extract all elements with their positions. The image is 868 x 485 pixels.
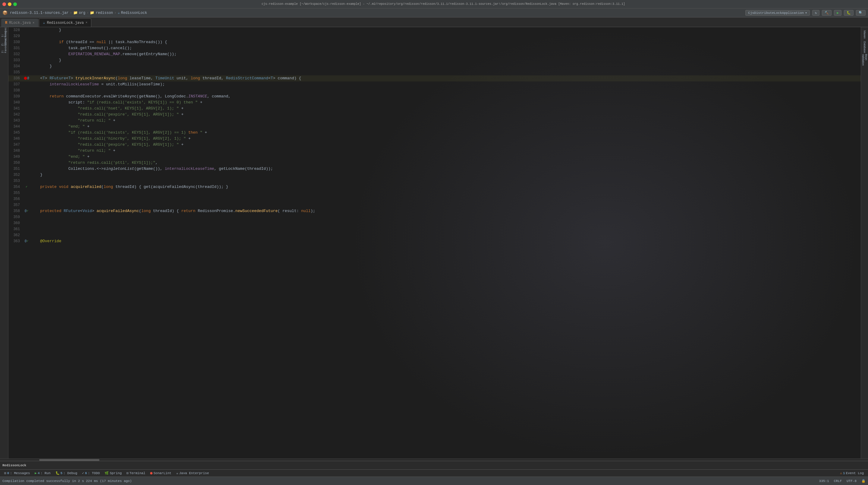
code-line-330: 330 if (threadId == null || task.hasNoTh… <box>8 39 861 45</box>
code-line-337: 337 internalLockLeaseTime = unit.toMilli… <box>8 81 861 87</box>
right-sidebar: Maven Database Bean Validation <box>861 27 868 458</box>
code-line-338: 338 <box>8 87 861 93</box>
code-line-359: 359 <box>8 214 861 220</box>
main-area: 1: Project Z: Structure 2: Favorites 328… <box>0 27 868 458</box>
tab-icon-r: R <box>5 21 7 25</box>
file-lock-icon: 🔒 <box>861 479 866 483</box>
event-log-toggle[interactable]: ⚠ 1 Event Log <box>838 470 866 476</box>
favorites-panel-toggle[interactable]: 2: Favorites <box>1 43 7 49</box>
code-line-347: 347 "redis.call('pexpire', KEYS[1], ARGV… <box>8 142 861 148</box>
tab-icon-rl: ☕ <box>43 21 45 25</box>
tab-rlock[interactable]: R RLock.java × <box>1 19 38 27</box>
messages-panel-toggle[interactable]: ⊡ 0 : Messages <box>2 470 32 476</box>
code-line-342: 342 "redis.call('pexpire', KEYS[1], ARGV… <box>8 112 861 118</box>
run-button[interactable]: ▶ <box>834 10 841 16</box>
code-line-345: 345 "if (redis.call('hexists', KEYS[1], … <box>8 130 861 136</box>
debug-panel-toggle[interactable]: 🐛 5 : Debug <box>54 470 79 476</box>
breadcrumb-class[interactable]: RedissonLock <box>121 11 147 15</box>
code-line-352: 352 } <box>8 172 861 178</box>
code-line-336: 336 ⬤ @ <T> RFuture<T> tryLockInnerAsync… <box>8 76 861 81</box>
breadcrumb-redisson[interactable]: redisson <box>96 11 113 15</box>
status-bar: Compilation completed successfully in 2 … <box>0 477 868 485</box>
traffic-lights <box>2 2 17 6</box>
code-line-343: 343 "return nil; " + <box>8 118 861 124</box>
cursor-position: 335:1 <box>819 479 829 483</box>
breadcrumb: 📦 redisson-3.11.1-sources.jar › 📁 org › … <box>2 10 147 16</box>
sonarqube-panel-toggle[interactable]: SonarLint <box>148 471 173 476</box>
maximize-button[interactable] <box>13 2 17 6</box>
terminal-panel-toggle[interactable]: ⊡ Terminal <box>125 470 147 476</box>
java-enterprise-panel-toggle[interactable]: ☕ Java Enterprise <box>175 470 211 476</box>
code-line-333: 333 } <box>8 57 861 63</box>
bean-validation-panel-toggle[interactable]: Bean Validation <box>862 57 868 63</box>
nav-bar: 📦 redisson-3.11.1-sources.jar › 📁 org › … <box>0 8 868 18</box>
code-line-340: 340 script: "if (redis.call('exists', KE… <box>8 99 861 106</box>
search-button[interactable]: 🔍 <box>856 10 866 16</box>
code-line-331: 331 task.getTimeout().cancel(); <box>8 45 861 51</box>
build-button[interactable]: 🔨 <box>822 10 832 16</box>
tab-label-rlock: RLock.java <box>9 21 31 25</box>
todo-panel-toggle[interactable]: ✓ 6 : TODO <box>80 470 101 476</box>
compilation-text: Compilation completed successfully in 2 … <box>2 479 132 483</box>
bookmark-icon[interactable]: @ <box>27 76 29 81</box>
code-line-346: 346 "redis.call('hincrby', KEYS[1], ARGV… <box>8 136 861 142</box>
run-config-selector[interactable]: CjsDistributeLockApplication ▾ <box>745 10 809 16</box>
code-line-363: 363 @ ✓ @Override <box>8 238 861 244</box>
code-line-339: 339 return commandExecutor.evalWriteAsyn… <box>8 93 861 99</box>
code-line-348: 348 "return nil; " + <box>8 148 861 154</box>
check-icon-354: ✓ <box>26 184 27 190</box>
code-line-354: 354 ✓ private void acquireFailed(long th… <box>8 184 861 190</box>
spring-panel-toggle[interactable]: 🌿 Spring <box>103 470 124 476</box>
code-line-355: 355 <box>8 190 861 196</box>
bottom-toolbar: ⊡ 0 : Messages ▶ 4 : Run 🐛 5 : Debug ✓ 6… <box>0 469 868 477</box>
file-encoding: UTF-8 <box>846 479 857 483</box>
code-line-357: 357 <box>8 202 861 208</box>
minimize-button[interactable] <box>8 2 11 6</box>
code-line-350: 350 "return redis.call('pttl', KEYS[1]);… <box>8 160 861 166</box>
maven-panel-toggle[interactable]: Maven <box>862 31 868 37</box>
open-filename: RedissonLock <box>2 464 26 467</box>
tabs-bar: R RLock.java × ☕ RedissonLock.java × <box>0 18 868 27</box>
window-title: cjs-redisson-example [~/Workspace/cjs-re… <box>21 2 866 6</box>
tab-redissonlock[interactable]: ☕ RedissonLock.java × <box>39 19 91 27</box>
check-icon-358: ✓ <box>27 208 28 214</box>
breadcrumb-jar[interactable]: redisson-3.11.1-sources.jar <box>10 11 68 15</box>
tab-label-redissonlock: RedissonLock.java <box>47 21 84 25</box>
code-line-351: 351 Collections.<~>singletonList(getName… <box>8 166 861 172</box>
code-line-358: 358 @ ✓ protected RFuture<Void> acquireF… <box>8 208 861 214</box>
code-line-335: 335 <box>8 69 861 76</box>
nav-right: CjsDistributeLockApplication ▾ ↻ 🔨 ▶ 🐛 🔍 <box>745 10 866 16</box>
code-line-353: 353 <box>8 178 861 184</box>
code-editor[interactable]: 328 } 329 330 if (threadId == null || ta… <box>8 27 861 458</box>
code-line-341: 341 "redis.call('hset', KEYS[1], ARGV[2]… <box>8 106 861 112</box>
breakpoint-icon[interactable]: ⬤ <box>24 76 27 81</box>
run-panel-toggle[interactable]: ▶ 4 : Run <box>33 470 52 476</box>
title-bar: cjs-redisson-example [~/Workspace/cjs-re… <box>0 0 868 8</box>
code-line-360: 360 <box>8 220 861 226</box>
sonar-indicator <box>150 472 153 475</box>
close-button[interactable] <box>2 2 6 6</box>
left-sidebar: 1: Project Z: Structure 2: Favorites <box>0 27 8 458</box>
code-line-329: 329 <box>8 33 861 39</box>
code-line-349: 349 "end; " + <box>8 154 861 160</box>
check-icon-363: ✓ <box>27 238 28 244</box>
code-line-361: 361 <box>8 226 861 232</box>
tab-close-redissonlock[interactable]: × <box>86 21 87 24</box>
code-line-328: 328 } <box>8 27 861 33</box>
code-line-344: 344 "end; " + <box>8 124 861 130</box>
compilation-status: Compilation completed successfully in 2 … <box>2 479 132 483</box>
code-line-362: 362 <box>8 232 861 238</box>
code-line-334: 334 } <box>8 63 861 69</box>
tab-close-rlock[interactable]: × <box>33 21 34 25</box>
code-line-332: 332 EXPIRATION_RENEWAL_MAP.remove(getEnt… <box>8 51 861 57</box>
database-panel-toggle[interactable]: Database <box>862 44 868 50</box>
code-line-356: 356 <box>8 196 861 202</box>
breadcrumb-org[interactable]: org <box>79 11 86 15</box>
debug-button[interactable]: 🐛 <box>844 10 854 16</box>
refresh-button[interactable]: ↻ <box>812 10 820 16</box>
line-ending: CRLF <box>834 479 842 483</box>
bottom-breadcrumb: RedissonLock <box>0 461 868 469</box>
